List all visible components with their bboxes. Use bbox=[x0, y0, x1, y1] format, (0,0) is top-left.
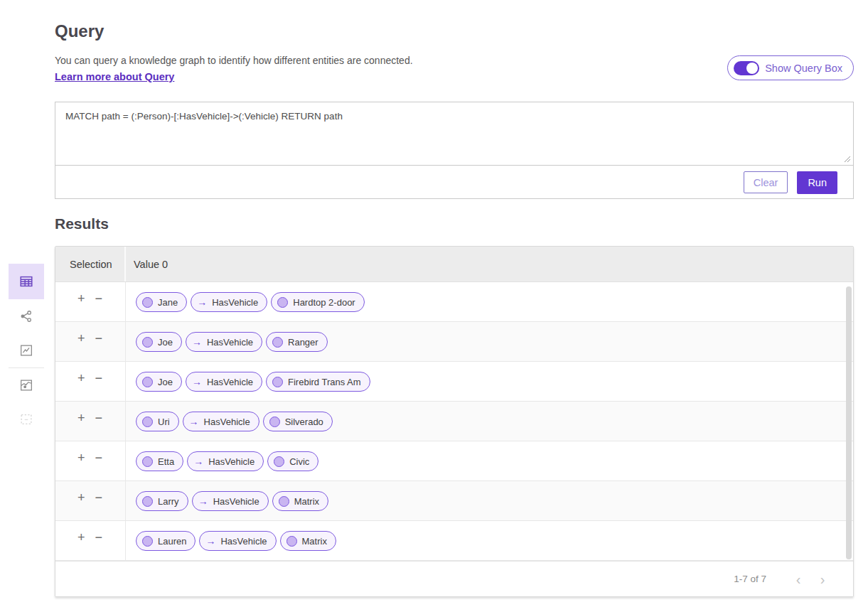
query-box: MATCH path = (:Person)-[:HasVehicle]->(:… bbox=[55, 102, 854, 199]
edge-label: HasVehicle bbox=[212, 297, 258, 308]
collapse-row-button[interactable]: − bbox=[95, 413, 103, 423]
edge-arrow-icon: → bbox=[193, 456, 203, 466]
expand-row-button[interactable]: + bbox=[77, 453, 85, 463]
edge-arrow-icon: → bbox=[189, 417, 199, 426]
node-pill[interactable]: Silverado bbox=[263, 412, 333, 431]
graph-view-icon[interactable] bbox=[9, 299, 44, 333]
edge-pill[interactable]: → HasVehicle bbox=[199, 531, 276, 551]
map-view-icon[interactable] bbox=[9, 368, 44, 402]
expand-row-button[interactable]: + bbox=[77, 493, 85, 503]
node-pill[interactable]: Joe bbox=[136, 372, 182, 392]
node-pill[interactable]: Joe bbox=[136, 332, 182, 352]
node-label: Ranger bbox=[288, 337, 318, 348]
query-input[interactable]: MATCH path = (:Person)-[:HasVehicle]->(:… bbox=[55, 102, 853, 165]
pagination-bar: 1-7 of 7 ‹ › bbox=[55, 561, 853, 596]
node-pill[interactable]: Hardtop 2-door bbox=[271, 292, 364, 312]
node-pill[interactable]: Lauren bbox=[136, 531, 195, 551]
collapse-row-button[interactable]: − bbox=[95, 333, 103, 343]
results-table: Selection Value 0 + − Jane → HasVehicle … bbox=[55, 246, 854, 597]
node-pill[interactable]: Ranger bbox=[266, 332, 328, 352]
expand-row-button[interactable]: + bbox=[77, 333, 85, 343]
results-title: Results bbox=[55, 215, 109, 232]
node-label: Silverado bbox=[285, 417, 323, 427]
expand-row-button[interactable]: + bbox=[77, 413, 85, 423]
row-value-cell: Uri → HasVehicle Silverado bbox=[126, 402, 853, 441]
row-selection-cell: + − bbox=[55, 362, 126, 401]
node-pill[interactable]: Jane bbox=[136, 292, 187, 312]
table-row: + − Larry → HasVehicle Matrix bbox=[55, 481, 853, 521]
node-label: Lauren bbox=[158, 536, 186, 547]
table-row: + − Etta → HasVehicle Civic bbox=[55, 441, 853, 481]
table-row: + − Uri → HasVehicle Silverado bbox=[55, 402, 853, 441]
node-pill[interactable]: Firebird Trans Am bbox=[266, 372, 370, 392]
node-circle-icon bbox=[277, 297, 288, 308]
clear-button[interactable]: Clear bbox=[744, 171, 788, 193]
resize-grip-icon[interactable] bbox=[844, 156, 851, 163]
learn-more-link[interactable]: Learn more about Query bbox=[55, 71, 174, 82]
table-row: + − Joe → HasVehicle Ranger bbox=[55, 322, 853, 362]
node-label: Hardtop 2-door bbox=[293, 297, 355, 308]
table-scrollbar[interactable] bbox=[846, 286, 852, 559]
node-circle-icon bbox=[142, 456, 153, 467]
toggle-switch-icon bbox=[734, 61, 759, 75]
edge-label: HasVehicle bbox=[208, 456, 254, 467]
pagination-next-icon[interactable]: › bbox=[810, 572, 835, 586]
node-label: Uri bbox=[158, 417, 170, 427]
pagination-prev-icon[interactable]: ‹ bbox=[786, 572, 810, 586]
page-title: Query bbox=[55, 21, 104, 41]
toggle-label: Show Query Box bbox=[765, 63, 842, 74]
edge-pill[interactable]: → HasVehicle bbox=[187, 451, 264, 471]
show-query-box-toggle[interactable]: Show Query Box bbox=[727, 55, 854, 80]
row-value-cell: Lauren → HasVehicle Matrix bbox=[126, 521, 853, 560]
edge-pill[interactable]: → HasVehicle bbox=[192, 491, 269, 511]
edge-arrow-icon: → bbox=[198, 496, 208, 506]
edge-arrow-icon: → bbox=[205, 536, 215, 546]
collapse-row-button[interactable]: − bbox=[95, 294, 103, 304]
node-label: Etta bbox=[158, 456, 174, 467]
table-view-icon[interactable] bbox=[9, 264, 44, 299]
node-pill[interactable]: Matrix bbox=[280, 531, 336, 551]
node-circle-icon bbox=[142, 536, 153, 547]
table-row: + − Joe → HasVehicle Firebird Trans Am bbox=[55, 362, 853, 402]
collapse-row-button[interactable]: − bbox=[95, 373, 103, 383]
node-circle-icon bbox=[272, 377, 283, 387]
chart-view-icon[interactable] bbox=[9, 333, 44, 367]
expand-row-button[interactable]: + bbox=[77, 532, 85, 542]
table-row: + − Lauren → HasVehicle Matrix bbox=[55, 521, 853, 561]
node-pill[interactable]: Larry bbox=[136, 491, 188, 511]
edge-label: HasVehicle bbox=[207, 337, 253, 348]
node-circle-icon bbox=[142, 337, 153, 348]
node-pill[interactable]: Matrix bbox=[272, 491, 328, 511]
expand-row-button[interactable]: + bbox=[77, 294, 85, 304]
node-label: Jane bbox=[158, 297, 178, 308]
node-label: Joe bbox=[158, 337, 173, 348]
edge-pill[interactable]: → HasVehicle bbox=[186, 332, 262, 352]
column-header-selection: Selection bbox=[55, 247, 126, 281]
node-pill[interactable]: Etta bbox=[136, 451, 183, 471]
row-selection-cell: + − bbox=[55, 322, 126, 361]
collapse-row-button[interactable]: − bbox=[95, 453, 103, 463]
edge-arrow-icon: → bbox=[197, 297, 207, 307]
node-pill[interactable]: Civic bbox=[267, 451, 318, 471]
widget-view-icon bbox=[9, 402, 44, 436]
edge-arrow-icon: → bbox=[192, 377, 202, 387]
edge-label: HasVehicle bbox=[204, 417, 250, 427]
run-button[interactable]: Run bbox=[797, 171, 837, 194]
node-label: Larry bbox=[158, 496, 179, 507]
expand-row-button[interactable]: + bbox=[77, 373, 85, 383]
edge-pill[interactable]: → HasVehicle bbox=[191, 292, 267, 312]
node-circle-icon bbox=[274, 456, 284, 467]
table-row: + − Jane → HasVehicle Hardtop 2-door bbox=[55, 282, 853, 322]
node-circle-icon bbox=[142, 377, 153, 387]
edge-label: HasVehicle bbox=[220, 536, 267, 547]
pagination-label: 1-7 of 7 bbox=[734, 574, 766, 584]
row-value-cell: Jane → HasVehicle Hardtop 2-door bbox=[126, 282, 853, 321]
node-circle-icon bbox=[272, 337, 283, 348]
node-pill[interactable]: Uri bbox=[136, 412, 179, 431]
row-selection-cell: + − bbox=[55, 441, 126, 480]
edge-pill[interactable]: → HasVehicle bbox=[186, 372, 262, 392]
row-value-cell: Etta → HasVehicle Civic bbox=[126, 441, 853, 480]
edge-pill[interactable]: → HasVehicle bbox=[183, 412, 259, 431]
collapse-row-button[interactable]: − bbox=[95, 493, 103, 503]
collapse-row-button[interactable]: − bbox=[95, 532, 103, 542]
